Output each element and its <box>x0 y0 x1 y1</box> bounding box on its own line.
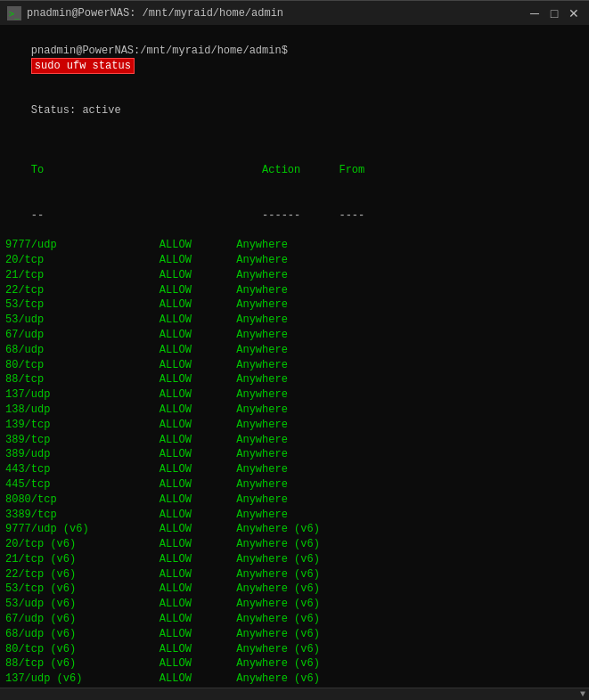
rule-action: ALLOW <box>160 568 236 581</box>
rule-action: ALLOW <box>160 598 236 610</box>
bottom-bar: ▼ <box>0 688 589 700</box>
rules-table: 9777/udp ALLOW Anywhere20/tcp ALLOW Anyw… <box>5 238 584 688</box>
rule-to: 443/tcp <box>5 463 160 476</box>
rule-to: 8080/tcp <box>5 493 160 506</box>
rule-action: ALLOW <box>160 628 236 640</box>
table-row: 445/tcp ALLOW Anywhere <box>5 477 584 492</box>
title-bar: >_ pnadmin@PowerNAS: /mnt/myraid/home/ad… <box>0 0 589 25</box>
table-row: 68/udp ALLOW Anywhere <box>5 343 584 358</box>
rule-from: Anywhere <box>236 419 288 431</box>
rule-action: ALLOW <box>160 672 236 685</box>
rule-action: ALLOW <box>160 553 236 566</box>
rule-to: 137/udp <box>5 388 160 401</box>
rule-action: ALLOW <box>160 434 236 446</box>
rule-to: 22/tcp (v6) <box>5 568 160 581</box>
command-line: pnadmin@PowerNAS:/mnt/myraid/home/admin$… <box>5 28 584 88</box>
table-row: 137/udp (v6) ALLOW Anywhere (v6) <box>5 672 584 687</box>
rule-from: Anywhere (v6) <box>236 538 320 550</box>
table-row: 88/tcp (v6) ALLOW Anywhere (v6) <box>5 656 584 672</box>
rule-action: ALLOW <box>160 643 236 655</box>
rule-from: Anywhere <box>236 388 288 401</box>
rule-to: 88/tcp (v6) <box>5 657 160 670</box>
rule-action: ALLOW <box>160 493 236 506</box>
rule-action: ALLOW <box>160 269 236 281</box>
table-row: 138/udp (v6) ALLOW Anywhere (v6) <box>5 687 584 688</box>
rule-to: 68/udp (v6) <box>5 628 160 640</box>
rule-action: ALLOW <box>160 463 236 476</box>
rule-action: ALLOW <box>160 419 236 431</box>
rule-to: 9777/udp (v6) <box>5 523 160 535</box>
table-row: 443/tcp ALLOW Anywhere <box>5 462 584 477</box>
rule-from: Anywhere (v6) <box>236 553 320 566</box>
rule-action: ALLOW <box>160 509 236 521</box>
table-row: 389/udp ALLOW Anywhere <box>5 447 584 462</box>
table-row: 67/udp (v6) ALLOW Anywhere (v6) <box>5 612 584 627</box>
rule-to: 53/tcp <box>5 298 160 311</box>
rule-from: Anywhere <box>236 284 288 297</box>
rule-to: 80/tcp (v6) <box>5 643 160 655</box>
close-button[interactable]: ✕ <box>566 5 582 21</box>
table-row: 138/udp ALLOW Anywhere <box>5 403 584 418</box>
prompt: pnadmin@PowerNAS:/mnt/myraid/home/admin$ <box>31 45 288 57</box>
rule-from: Anywhere <box>236 313 288 326</box>
table-row: 8080/tcp ALLOW Anywhere <box>5 492 584 508</box>
rule-from: Anywhere (v6) <box>236 568 320 581</box>
rule-action: ALLOW <box>160 359 236 371</box>
table-headers: To Action From <box>5 148 584 192</box>
rule-to: 137/udp (v6) <box>5 672 160 685</box>
rule-from: Anywhere (v6) <box>236 672 320 685</box>
rule-to: 20/tcp (v6) <box>5 538 160 550</box>
terminal-icon: >_ <box>7 6 21 20</box>
rule-from: Anywhere <box>236 269 288 281</box>
header-to: To Action From <box>31 164 364 176</box>
table-row: 22/tcp (v6) ALLOW Anywhere (v6) <box>5 567 584 582</box>
rule-from: Anywhere (v6) <box>236 657 320 670</box>
rule-from: Anywhere <box>236 359 288 371</box>
rule-to: 9777/udp <box>5 239 160 251</box>
rule-to: 389/tcp <box>5 434 160 446</box>
window-controls: ─ □ ✕ <box>527 5 582 21</box>
rule-action: ALLOW <box>160 239 236 251</box>
rule-action: ALLOW <box>160 582 236 595</box>
rule-action: ALLOW <box>160 298 236 311</box>
rule-from: Anywhere (v6) <box>236 523 320 535</box>
rule-to: 68/udp <box>5 344 160 356</box>
table-row: 21/tcp (v6) ALLOW Anywhere (v6) <box>5 552 584 567</box>
rule-from: Anywhere <box>236 509 288 521</box>
rule-to: 21/tcp <box>5 269 160 281</box>
rule-to: 389/udp <box>5 448 160 460</box>
rule-action: ALLOW <box>160 344 236 356</box>
rule-to: 22/tcp <box>5 284 160 297</box>
table-row: 9777/udp (v6) ALLOW Anywhere (v6) <box>5 522 584 537</box>
table-row: 20/tcp (v6) ALLOW Anywhere (v6) <box>5 537 584 552</box>
rule-from: Anywhere (v6) <box>236 613 320 625</box>
window-title: pnadmin@PowerNAS: /mnt/myraid/home/admin <box>27 7 527 20</box>
rule-action: ALLOW <box>160 523 236 535</box>
maximize-button[interactable]: □ <box>546 5 562 21</box>
table-row: 53/tcp ALLOW Anywhere <box>5 297 584 313</box>
rule-to: 53/udp <box>5 313 160 326</box>
rule-from: Anywhere (v6) <box>236 643 320 655</box>
rule-from: Anywhere <box>236 478 288 491</box>
rule-action: ALLOW <box>160 329 236 341</box>
rule-to: 139/tcp <box>5 419 160 431</box>
table-row: 22/tcp ALLOW Anywhere <box>5 283 584 298</box>
rule-action: ALLOW <box>160 403 236 416</box>
status-text: Status: active <box>31 104 121 117</box>
terminal-output[interactable]: pnadmin@PowerNAS:/mnt/myraid/home/admin$… <box>0 25 589 688</box>
minimize-button[interactable]: ─ <box>527 5 543 21</box>
rule-action: ALLOW <box>160 373 236 386</box>
blank-line-1 <box>5 134 584 149</box>
table-separators: -- ------ ---- <box>5 193 584 238</box>
rule-from: Anywhere (v6) <box>236 628 320 640</box>
rule-from: Anywhere <box>236 239 288 251</box>
rule-to: 53/udp (v6) <box>5 598 160 610</box>
scroll-down-arrow[interactable]: ▼ <box>580 689 585 699</box>
table-row: 80/tcp ALLOW Anywhere <box>5 358 584 373</box>
sep-line: -- ------ ---- <box>31 209 364 222</box>
rule-to: 67/udp (v6) <box>5 613 160 625</box>
rule-to: 3389/tcp <box>5 509 160 521</box>
rule-from: Anywhere (v6) <box>236 582 320 595</box>
rule-from: Anywhere <box>236 434 288 446</box>
table-row: 53/udp ALLOW Anywhere <box>5 313 584 328</box>
